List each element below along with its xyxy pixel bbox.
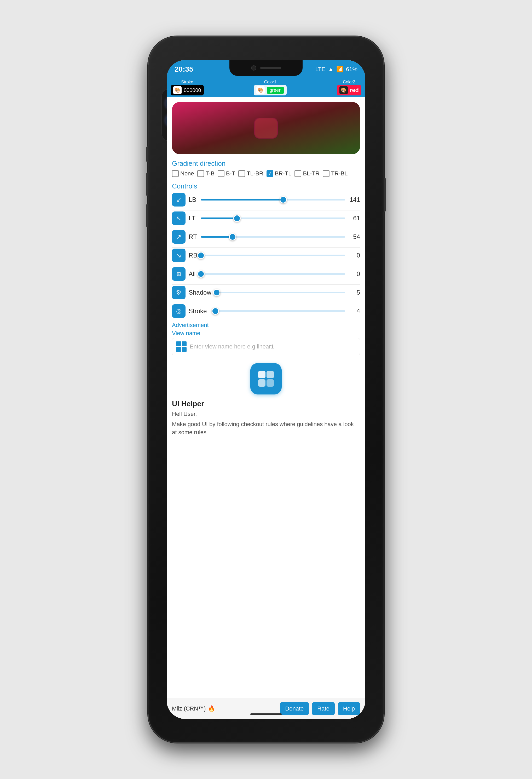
phone-shell: 20:35 ✉ ▶ 🔄 LTE ▲ 📶 61% Stroke	[148, 37, 384, 742]
status-icons: LTE ▲ 📶 61%	[315, 66, 357, 73]
dir-option-bt[interactable]: B-T	[218, 170, 235, 177]
rb-label: RB	[189, 252, 198, 259]
all-icon: ⊞	[177, 271, 181, 277]
screen-area: 20:35 ✉ ▶ 🔄 LTE ▲ 📶 61% Stroke	[167, 60, 365, 719]
checkbox-none[interactable]	[172, 170, 179, 177]
divider5	[172, 284, 360, 285]
lb-button[interactable]: ↙	[172, 193, 186, 206]
color1-palette-icon: 🎨	[256, 86, 265, 95]
color1-chip[interactable]: 🎨 green	[254, 85, 287, 96]
gradient-preview	[172, 102, 360, 154]
control-lb: ↙ LB 141	[172, 193, 360, 206]
view-name-placeholder: Enter view name here e.g linear1	[190, 343, 274, 350]
stroke-slider[interactable]	[213, 310, 345, 312]
stroke-label: Stroke	[181, 80, 193, 84]
view-name-input-row[interactable]: Enter view name here e.g linear1	[172, 338, 360, 355]
shadow-slider[interactable]	[213, 292, 345, 293]
checkbox-bltr[interactable]	[294, 170, 301, 177]
grid-cell-2	[182, 342, 187, 346]
checkbox-trbl[interactable]	[323, 170, 330, 177]
rb-button[interactable]: ↘	[172, 249, 186, 262]
brand-text: Milz (CRN™)	[172, 705, 206, 712]
shadow-button[interactable]: ⚙	[172, 286, 186, 299]
controls-title: Controls	[172, 182, 360, 190]
home-indicator	[250, 713, 282, 715]
grid-cell-1	[176, 342, 181, 346]
svg-rect-2	[258, 379, 265, 386]
helper-title: UI Helper	[172, 400, 360, 408]
color2-palette-icon: 🎨	[339, 86, 348, 95]
stroke-btn[interactable]: ◎	[172, 304, 186, 318]
power-button[interactable]	[384, 178, 386, 212]
rb-icon: ↘	[176, 252, 181, 259]
dir-label-bltr: BL-TR	[303, 170, 320, 177]
lb-icon: ↙	[176, 196, 181, 203]
app-bar: Stroke 🎨 000000 Color1 🎨 green	[167, 78, 365, 97]
help-button[interactable]: Help	[338, 702, 360, 715]
control-shadow: ⚙ Shadow 5	[172, 286, 360, 299]
checkbox-tb[interactable]	[197, 170, 204, 177]
notch	[229, 60, 303, 76]
dir-label-brtl: BR-TL	[275, 170, 291, 177]
lte-label: LTE	[315, 66, 325, 73]
color2-label: Color2	[343, 80, 355, 84]
battery-icon: 61%	[346, 66, 357, 73]
rb-slider[interactable]	[201, 255, 345, 256]
volume-mute-button[interactable]	[146, 146, 148, 162]
front-camera	[251, 65, 256, 71]
lb-label: LB	[189, 196, 198, 203]
checkbox-tlbr[interactable]	[238, 170, 245, 177]
color1-label: Color1	[264, 80, 276, 84]
dir-option-trbl[interactable]: TR-BL	[323, 170, 348, 177]
page-wrapper: 20:35 ✉ ▶ 🔄 LTE ▲ 📶 61% Stroke	[0, 0, 532, 779]
volume-down-button[interactable]	[146, 204, 148, 227]
rate-button[interactable]: Rate	[312, 702, 334, 715]
dir-option-tb[interactable]: T-B	[197, 170, 214, 177]
helper-description: Make good UI by following checkout rules…	[172, 420, 360, 436]
volume-up-button[interactable]	[146, 173, 148, 196]
stroke-chip[interactable]: 🎨 000000	[171, 85, 204, 96]
main-content: Gradient direction None T-B B-T	[167, 97, 365, 698]
dir-option-none[interactable]: None	[172, 170, 194, 177]
view-name-label: View name	[172, 330, 360, 337]
gradient-direction-row: None T-B B-T TL-BR	[172, 170, 360, 177]
divider1	[172, 210, 360, 211]
rt-button[interactable]: ↗	[172, 230, 186, 244]
divider3	[172, 247, 360, 248]
rt-value: 54	[348, 233, 360, 240]
control-rb: ↘ RB 0	[172, 249, 360, 262]
dir-label-tlbr: TL-BR	[247, 170, 263, 177]
dir-label-trbl: TR-BL	[331, 170, 348, 177]
lt-slider[interactable]	[201, 218, 345, 219]
lt-button[interactable]: ↖	[172, 212, 186, 225]
dir-label-bt: B-T	[226, 170, 235, 177]
color2-section: Color2 🎨 red	[337, 80, 361, 96]
shadow-icon: ⚙	[176, 289, 182, 296]
stroke-section: Stroke 🎨 000000	[171, 80, 204, 96]
svg-rect-3	[267, 379, 274, 386]
rb-value: 0	[348, 252, 360, 259]
all-button[interactable]: ⊞	[172, 267, 186, 281]
color2-chip[interactable]: 🎨 red	[337, 85, 361, 96]
checkbox-bt[interactable]	[218, 170, 224, 177]
lb-slider[interactable]	[201, 199, 345, 200]
preview-shape	[254, 118, 278, 138]
dir-option-tlbr[interactable]: TL-BR	[238, 170, 263, 177]
stroke-palette-icon: 🎨	[173, 86, 182, 95]
color1-badge: green	[267, 87, 284, 94]
fire-emoji: 🔥	[208, 705, 215, 712]
app-logo[interactable]	[250, 363, 282, 395]
grid-cell-4	[182, 347, 187, 352]
wifi-icon: 📶	[336, 66, 343, 73]
rt-slider[interactable]	[201, 236, 345, 238]
divider6	[172, 303, 360, 303]
dir-option-brtl[interactable]: BR-TL	[267, 170, 291, 177]
donate-button[interactable]: Donate	[280, 702, 309, 715]
all-slider[interactable]	[201, 273, 345, 275]
stroke-slider-value: 4	[348, 307, 360, 315]
dir-option-bltr[interactable]: BL-TR	[294, 170, 320, 177]
color1-section: Color1 🎨 green	[254, 80, 287, 96]
checkbox-brtl[interactable]	[267, 170, 273, 177]
control-all: ⊞ All 0	[172, 267, 360, 281]
shadow-value: 5	[348, 289, 360, 296]
